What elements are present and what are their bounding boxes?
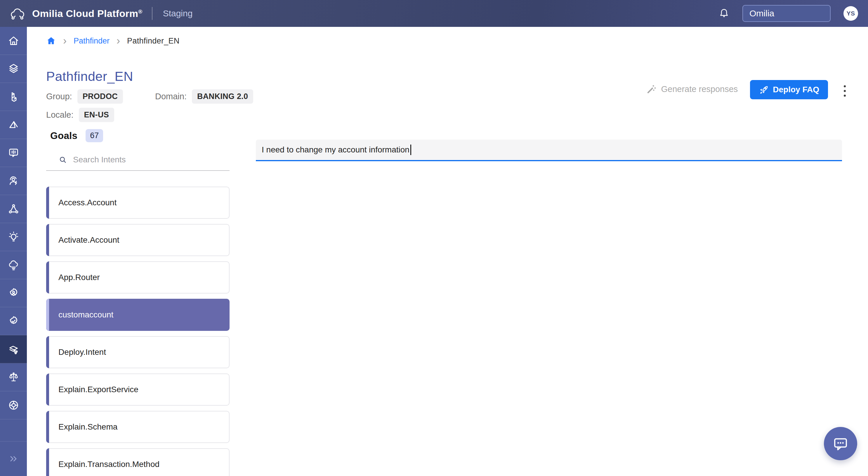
intent-card[interactable]: Access.Account — [46, 187, 229, 219]
home-icon — [8, 35, 20, 47]
sidebar-item-quality[interactable] — [0, 307, 27, 335]
top-bar: Omilia Cloud Platform® Staging Omilia YS — [0, 0, 868, 27]
sidebar-item-home[interactable] — [0, 27, 27, 55]
utterance-text: I need to change my account information — [262, 145, 409, 155]
group-value: PRODOC — [78, 89, 123, 104]
page-header: Pathfinder_EN Group: PRODOC Domain: BANK… — [46, 69, 849, 122]
utterance-input[interactable]: I need to change my account information — [256, 139, 842, 161]
goals-title: Goals — [50, 130, 78, 141]
search-intents-field[interactable] — [46, 155, 229, 171]
sidebar-spacer — [0, 419, 27, 442]
meta-locale: Locale: EN-US — [46, 108, 114, 122]
breadcrumb: › Pathfinder › Pathfinder_EN — [46, 36, 868, 46]
sidebar-item-balance[interactable] — [0, 363, 27, 391]
sidebar-collapse-button[interactable] — [0, 442, 27, 476]
sidebar-item-network[interactable] — [0, 195, 27, 223]
notifications-bell-icon[interactable] — [718, 8, 730, 19]
group-label: Group: — [46, 92, 72, 101]
sidebar-item-voice-chat[interactable] — [0, 139, 27, 167]
intent-card[interactable]: Deploy.Intent — [46, 336, 229, 368]
text-cursor — [410, 145, 411, 155]
support-icon — [8, 399, 20, 411]
avatar[interactable]: YS — [843, 6, 858, 21]
intent-card-selected[interactable]: customaccount — [46, 299, 229, 331]
environment-label: Staging — [163, 8, 193, 19]
sidebar-item-cloud[interactable] — [0, 251, 27, 279]
domain-label: Domain: — [155, 92, 187, 101]
content: Goals 67 Access.Account Activate.Account… — [46, 129, 868, 476]
intent-card[interactable]: Explain.Transaction.Method — [46, 448, 229, 476]
sidebar-item-layers[interactable] — [0, 55, 27, 83]
user-badge-icon — [8, 287, 20, 299]
deploy-faq-label: Deploy FAQ — [773, 85, 819, 94]
search-icon — [58, 155, 67, 164]
breadcrumb-current: Pathfinder_EN — [127, 36, 180, 45]
domain-value: BANKING 2.0 — [192, 89, 253, 104]
intent-card[interactable]: Activate.Account — [46, 224, 229, 256]
sidebar-item-user-badge[interactable] — [0, 279, 27, 307]
faq-meta: Group: PRODOC Domain: BANKING 2.0 Locale… — [46, 89, 285, 122]
goals-panel: Goals 67 Access.Account Activate.Account… — [46, 129, 229, 476]
goals-count-badge: 67 — [86, 129, 103, 142]
network-icon — [8, 203, 20, 215]
omilia-cloud-logo-icon — [9, 7, 26, 20]
voice-chat-icon — [8, 147, 20, 159]
registered-mark: ® — [138, 8, 142, 14]
blocks-icon — [8, 91, 20, 103]
sidebar-item-support[interactable] — [0, 391, 27, 419]
sidebar-item-insights[interactable] — [0, 223, 27, 251]
topbar-divider — [152, 7, 152, 20]
magic-wand-icon — [647, 84, 656, 94]
tenant-selector[interactable]: Omilia — [742, 5, 831, 22]
quality-icon — [8, 315, 20, 327]
intent-card[interactable]: Explain.Schema — [46, 411, 229, 443]
pathfinder-icon — [8, 343, 20, 355]
insights-icon — [8, 231, 20, 243]
search-intents-input[interactable] — [73, 155, 228, 164]
sidebar-item-pathfinder[interactable] — [0, 335, 27, 363]
layers-icon — [8, 63, 20, 75]
chat-fab-button[interactable] — [824, 427, 857, 460]
header-actions: Generate responses Deploy FAQ — [647, 69, 849, 122]
page-header-left: Pathfinder_EN Group: PRODOC Domain: BANK… — [46, 69, 285, 122]
sidebar-item-agent-assist[interactable] — [0, 167, 27, 195]
more-options-kebab-icon[interactable] — [840, 82, 849, 100]
analytics-icon — [8, 119, 20, 131]
intent-list: Access.Account Activate.Account App.Rout… — [46, 187, 229, 476]
sidebar-item-blocks[interactable] — [0, 83, 27, 111]
sidebar — [0, 27, 27, 476]
goals-header: Goals 67 — [46, 129, 229, 142]
cloud-icon — [8, 259, 20, 271]
meta-domain: Domain: BANKING 2.0 — [155, 89, 253, 104]
app-title: Omilia Cloud Platform® — [32, 8, 143, 19]
breadcrumb-separator: › — [63, 36, 67, 45]
topbar-right: Omilia YS — [718, 5, 858, 22]
intent-card[interactable]: Explain.ExportService — [46, 374, 229, 406]
sidebar-item-analytics[interactable] — [0, 111, 27, 139]
double-chevron-right-icon — [8, 453, 19, 464]
breadcrumb-separator: › — [117, 36, 120, 45]
chat-icon — [832, 436, 849, 452]
page-title: Pathfinder_EN — [46, 69, 285, 84]
breadcrumb-link-pathfinder[interactable]: Pathfinder — [73, 36, 110, 45]
meta-group: Group: PRODOC — [46, 89, 123, 104]
intent-card[interactable]: App.Router — [46, 261, 229, 293]
generate-responses-button[interactable]: Generate responses — [647, 80, 738, 94]
tenant-name: Omilia — [749, 8, 774, 19]
utterance-panel: I need to change my account information — [256, 139, 842, 476]
agent-assist-icon — [8, 175, 20, 187]
main-area: › Pathfinder › Pathfinder_EN Pathfinder_… — [27, 27, 868, 476]
locale-label: Locale: — [46, 110, 73, 120]
deploy-faq-button[interactable]: Deploy FAQ — [750, 80, 828, 99]
locale-value: EN-US — [79, 108, 115, 122]
breadcrumb-home-icon[interactable] — [46, 36, 56, 46]
balance-icon — [8, 371, 20, 383]
generate-responses-label: Generate responses — [661, 85, 738, 94]
rocket-icon — [759, 85, 769, 95]
brand-logo: Omilia Cloud Platform® — [9, 7, 143, 20]
